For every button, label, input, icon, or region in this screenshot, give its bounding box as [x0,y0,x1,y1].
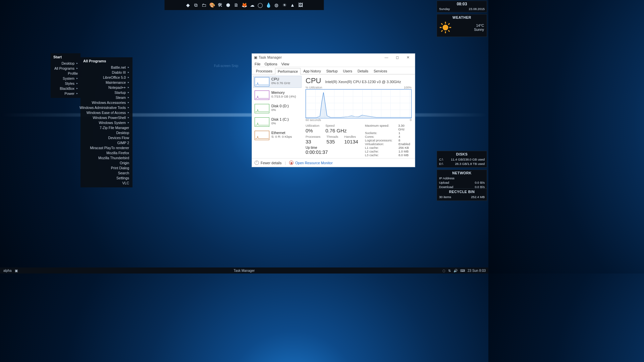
photo-icon[interactable]: 🖼 [298,2,304,8]
menu-item-label: BlackBox [60,86,74,90]
menu-item[interactable]: Steam▸ [80,95,132,100]
menu-item[interactable]: Startup▸ [80,90,132,95]
metric-title: CPU [306,76,321,85]
drop-icon[interactable]: 💧 [265,2,271,8]
menu-item[interactable]: Windows Ease of Access▸ [80,110,132,115]
menu-item[interactable]: Profile [51,71,80,76]
submenu-arrow-icon: ▸ [76,92,78,95]
firefox-icon[interactable]: 🦊 [241,2,247,8]
network-widget: NETWORK IP AddressUpload0.0 B/sDownload0… [437,170,487,191]
taskbar-active-window[interactable]: Task Manager [234,269,255,273]
menu-item[interactable]: Power▸ [51,91,80,96]
menu-item[interactable]: Miracast PlayTo renderer [80,145,132,150]
card-sub: S: 0 R: 0 Kbps [271,135,292,138]
menu-item[interactable]: Search [80,170,132,175]
submenu-arrow-icon: ▸ [76,62,78,65]
vlc-icon[interactable]: ▲ [289,2,296,8]
paint-icon[interactable]: 🎨 [209,2,215,8]
menu-item[interactable]: 7-Zip File Manager [80,125,132,130]
tray-clock[interactable]: 23 Sun 8:03 [468,269,486,273]
menu-item[interactable]: Windows System▸ [80,120,132,125]
menu-item[interactable]: Settings [80,175,132,180]
util-value: 0% [306,128,319,133]
menu-item[interactable]: Notepad++▸ [80,85,132,90]
menu-item-label: Mozilla Thunderbird [98,156,129,160]
tab-services[interactable]: Services [371,68,390,74]
menu-item-label: All Programs [54,66,74,70]
menu-file[interactable]: File [255,62,261,66]
open-resource-monitor-link[interactable]: ◉ Open Resource Monitor [289,161,332,165]
menu-item[interactable]: LibreOffice 5.0▸ [80,75,132,80]
tray-lang-icon[interactable]: ⌨ [460,269,465,273]
menu-item[interactable]: Diablo III▸ [80,70,132,75]
menu-item-label: Search [118,171,129,175]
note-icon[interactable]: 🗎 [233,2,239,8]
submenu-arrow-icon: ▸ [76,67,78,70]
menu-item-label: Settings [116,176,129,180]
menu-item-label: Windows Administrative Tools [79,106,126,110]
menu-item[interactable]: Styles▸ [51,81,80,86]
donut-icon[interactable]: ◯ [257,2,263,8]
menu-options[interactable]: Options [265,62,277,66]
proc-label: Processes [306,135,320,138]
close-button[interactable]: ✕ [403,54,413,60]
fewer-details-button[interactable]: ˄ Fewer details [255,161,281,165]
perf-card-eth[interactable]: EthernetS: 0 R: 0 Kbps [253,129,302,141]
tab-processes[interactable]: Processes [253,68,275,74]
menu-item[interactable]: GIMP 2 [80,140,132,145]
cloud-icon[interactable]: ☁ [249,2,255,8]
clock-time: 08:03 [439,2,485,6]
tab-users[interactable]: Users [340,68,355,74]
submenu-arrow-icon: ▸ [128,91,129,94]
clock-date: 23.08.2015 [469,7,485,11]
menu-item[interactable]: Devices Flow [80,135,132,140]
tab-details[interactable]: Details [355,68,371,74]
menu-item[interactable]: Origin [80,160,132,165]
menu-item[interactable]: All Programs▸ [51,66,80,71]
menu-item[interactable]: Mozilla Firefox [80,150,132,155]
tray-volume-icon[interactable]: 🔊 [453,269,458,273]
menu-item[interactable]: Print Dialog [80,165,132,170]
menu-item[interactable]: BlackBox▸ [51,86,80,91]
app-icon[interactable]: ◆ [185,2,191,8]
steam-icon[interactable]: ◍ [273,2,279,8]
snip-hint: Full-screen Snip [214,64,238,68]
menu-view[interactable]: View [281,62,289,66]
perf-card-dsk[interactable]: Disk 1 (C:)0% [253,116,302,128]
perf-card-dsk[interactable]: Disk 0 (D:)0% [253,103,302,115]
menu-item[interactable]: Maintenance▸ [80,80,132,85]
perf-card-cpu[interactable]: CPU0% 0.76 GHz [253,76,302,88]
speed-value: 0.76 GHz [325,128,346,133]
menu-item[interactable]: Windows Accessories▸ [80,100,132,105]
terminal-icon[interactable]: ⧉ [193,2,199,8]
dev-icon[interactable]: ⬢ [225,2,231,8]
menu-item-label: Miracast PlayTo renderer [90,146,129,150]
menu-item[interactable]: Windows PowerShell▸ [80,115,132,120]
recycle-title: RECYCLE BIN [439,189,485,195]
sky-icon[interactable]: ☀ [281,2,287,8]
menu-item[interactable]: Desktop▸ [51,61,80,66]
perf-card-mem[interactable]: Memory0.7/15.9 GB (4%) [253,89,302,101]
tab-app-history[interactable]: App history [301,68,324,74]
maximize-button[interactable]: ◻ [392,54,402,60]
tools-icon[interactable]: 🛠 [217,2,223,8]
menu-item[interactable]: Mozilla Thunderbird [80,155,132,160]
minimize-button[interactable]: ― [381,54,391,60]
sparkline-eth [255,131,269,140]
menu-item[interactable]: Battle.net▸ [80,65,132,70]
tab-performance[interactable]: Performance [275,68,301,74]
tray-app-icon[interactable]: ▣ [15,269,18,273]
tray-network-icon[interactable]: ⇅ [448,269,451,273]
menu-item[interactable]: VLC [80,180,132,185]
menu-item[interactable]: System▸ [51,76,80,81]
disks-widget: DISKS C:\11.4 GB/238.0 GB usedD:\28.3 GB… [437,151,487,168]
menu-item[interactable]: Desktop [80,130,132,135]
menu-item-label: Origin [120,161,129,165]
tray-drop-icon[interactable]: ◌ [442,269,445,273]
menu-item-label: LibreOffice 5.0 [103,75,126,79]
hostname[interactable]: alpha [3,269,11,273]
tab-startup[interactable]: Startup [324,68,340,74]
menu-item[interactable]: Windows Administrative Tools▸ [80,105,132,110]
files-icon[interactable]: 🗀 [201,2,207,8]
titlebar[interactable]: ▣ Task Manager ― ◻ ✕ [252,54,415,61]
